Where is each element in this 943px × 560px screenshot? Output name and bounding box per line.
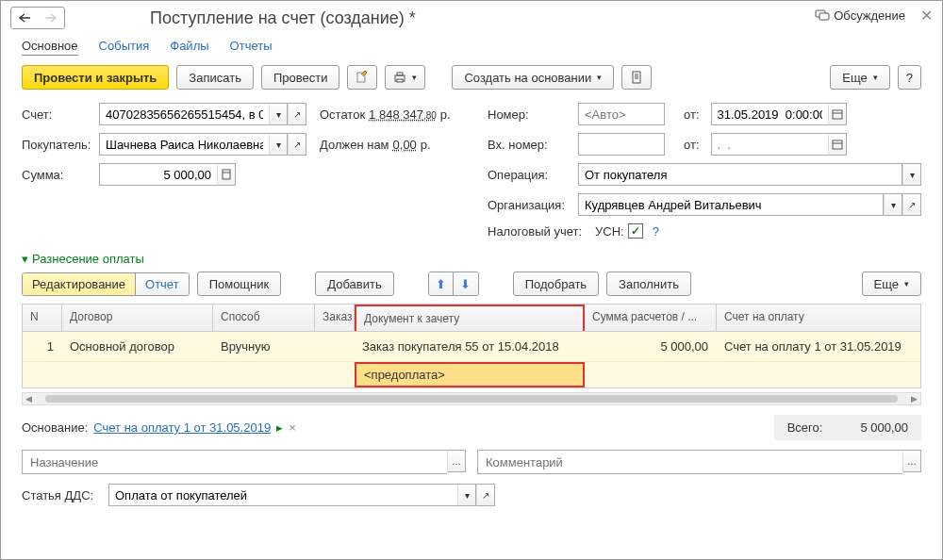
dropdown-button[interactable]: ▾: [269, 133, 288, 156]
payment-table: N Договор Способ Заказ Документ к зачету…: [22, 304, 921, 388]
col-n: N: [23, 305, 62, 331]
expand-button[interactable]: …: [447, 450, 466, 472]
document-icon: [630, 71, 643, 84]
balance-value[interactable]: 1 848 347,80: [369, 107, 437, 122]
col-sposob: Способ: [213, 305, 315, 331]
tax-checkbox[interactable]: ✓: [628, 223, 643, 239]
tab-main[interactable]: Основное: [22, 39, 78, 56]
dropdown-button[interactable]: ▾: [902, 163, 921, 186]
svg-rect-12: [833, 140, 842, 149]
attachment-icon: [356, 71, 369, 84]
print-icon: [393, 71, 406, 84]
forward-button[interactable]: [38, 8, 64, 28]
more-button[interactable]: Еще▾: [830, 65, 889, 90]
table-row-sub[interactable]: <предоплата>: [23, 362, 920, 387]
date-input[interactable]: [711, 103, 828, 125]
number-label: Номер:: [488, 107, 574, 122]
operation-select[interactable]: [578, 163, 902, 186]
back-button[interactable]: [11, 8, 38, 28]
open-button[interactable]: ↗: [902, 193, 921, 216]
dropdown-button[interactable]: ▾: [457, 484, 476, 506]
fill-button[interactable]: Заполнить: [606, 272, 691, 296]
nav-buttons: [10, 7, 65, 29]
discussion-link[interactable]: Обсуждение: [815, 8, 905, 23]
from2-label: от:: [684, 138, 700, 152]
submit-button[interactable]: Провести: [261, 65, 340, 90]
move-down-button[interactable]: ⬇: [454, 272, 478, 295]
svg-rect-5: [397, 79, 403, 82]
purpose-input[interactable]: [22, 450, 447, 474]
report-mode-button[interactable]: Отчет: [136, 273, 189, 295]
edit-mode-button[interactable]: Редактирование: [23, 273, 136, 295]
select-button[interactable]: Подобрать: [513, 272, 599, 296]
tax-help[interactable]: ?: [653, 224, 659, 239]
payment-section-toggle[interactable]: ▾ Разнесение оплаты: [1, 246, 942, 272]
tab-events[interactable]: События: [99, 39, 150, 56]
clear-basis-icon[interactable]: ×: [289, 420, 296, 435]
operation-label: Операция:: [488, 168, 574, 182]
calculator-icon: [222, 169, 231, 180]
dds-input[interactable]: [108, 484, 457, 506]
open-button[interactable]: ↗: [288, 133, 306, 156]
balance-label: Остаток: [320, 107, 365, 122]
save-button[interactable]: Записать: [176, 65, 254, 90]
dropdown-button[interactable]: ▾: [884, 193, 902, 216]
helper-button[interactable]: Помощник: [197, 272, 282, 296]
table-row[interactable]: 1 Основной договор Вручную Заказ покупат…: [23, 332, 920, 362]
owed-label: Должен нам: [320, 138, 389, 152]
in-number-label: Вх. номер:: [488, 138, 574, 152]
basis-link[interactable]: Счет на оплату 1 от 31.05.2019: [93, 420, 271, 435]
chat-icon: [815, 9, 830, 23]
svg-rect-10: [833, 110, 842, 119]
account-input[interactable]: [99, 103, 269, 125]
owed-value[interactable]: 0,00: [393, 138, 417, 152]
calc-button[interactable]: [217, 163, 236, 186]
col-dokument: Документ к зачету: [355, 305, 585, 331]
buyer-label: Покупатель:: [22, 138, 95, 152]
col-summa: Сумма расчетов / ...: [585, 305, 717, 331]
sum-label: Сумма:: [22, 168, 95, 182]
open-button[interactable]: ↗: [288, 103, 306, 125]
org-label: Организация:: [488, 198, 574, 212]
attach-button[interactable]: [347, 65, 377, 90]
tab-reports[interactable]: Отчеты: [230, 39, 273, 56]
col-dogovor: Договор: [62, 305, 213, 331]
calendar-button[interactable]: [828, 103, 847, 125]
open-button[interactable]: ↗: [476, 484, 495, 506]
expand-button[interactable]: …: [902, 450, 921, 472]
in-date-input[interactable]: [711, 133, 828, 156]
help-button[interactable]: ?: [898, 65, 921, 90]
col-zakaz: Заказ: [315, 305, 355, 331]
prepay-cell[interactable]: <предоплата>: [355, 362, 585, 387]
horizontal-scrollbar[interactable]: ◀ ▶: [22, 392, 921, 405]
calendar-button[interactable]: [828, 133, 847, 156]
sum-input[interactable]: [99, 163, 217, 186]
comment-input[interactable]: [477, 450, 902, 474]
open-doc-icon[interactable]: ▸: [276, 420, 283, 435]
org-select[interactable]: [578, 193, 884, 216]
svg-rect-1: [819, 13, 829, 20]
add-button[interactable]: Добавить: [315, 272, 393, 296]
print-button[interactable]: ▾: [385, 65, 425, 90]
tab-files[interactable]: Файлы: [170, 39, 208, 56]
account-label: Счет:: [22, 107, 95, 122]
dropdown-button[interactable]: ▾: [269, 103, 288, 125]
number-input[interactable]: [578, 103, 665, 125]
chevron-down-icon: ▾: [22, 252, 28, 266]
total-box: Всего: 5 000,00: [774, 415, 921, 440]
create-based-button[interactable]: Создать на основании▾: [452, 65, 614, 90]
col-schet: Счет на оплату: [717, 305, 920, 331]
svg-rect-14: [223, 170, 230, 179]
calendar-icon: [832, 139, 843, 150]
tax-label: Налоговый учет:: [488, 224, 591, 239]
dds-label: Статья ДДС:: [22, 488, 105, 502]
table-more-button[interactable]: Еще▾: [862, 272, 921, 296]
report-button[interactable]: [621, 65, 652, 90]
submit-close-button[interactable]: Провести и закрыть: [22, 65, 169, 90]
svg-rect-6: [633, 72, 640, 83]
svg-rect-4: [397, 73, 403, 75]
close-icon[interactable]: ✕: [920, 7, 933, 25]
in-number-input[interactable]: [578, 133, 665, 156]
buyer-input[interactable]: [99, 133, 269, 156]
move-up-button[interactable]: ⬆: [429, 272, 454, 295]
